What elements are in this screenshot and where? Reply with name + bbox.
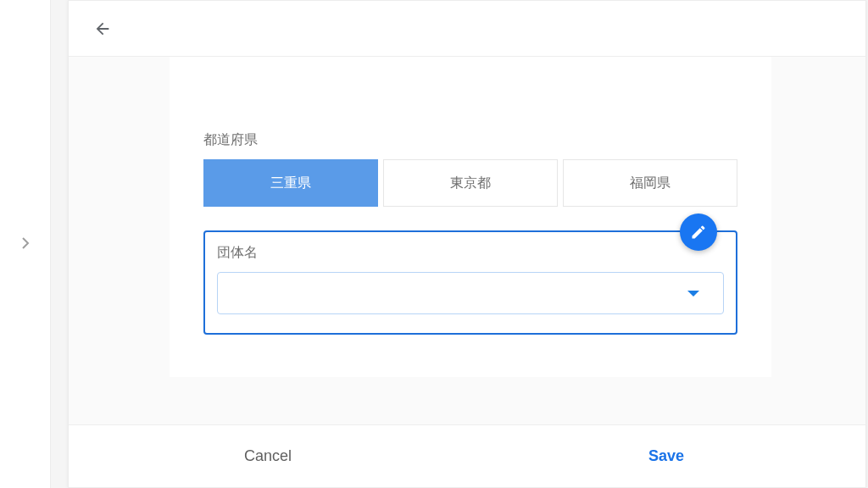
prefecture-option-3[interactable]: 福岡県	[563, 159, 737, 207]
left-rail	[0, 0, 51, 488]
dialog-body: 都道府県 三重県 東京都 福岡県 団体名	[69, 57, 865, 424]
prefecture-label: 都道府県	[203, 131, 737, 149]
pencil-icon	[690, 224, 707, 241]
prefecture-options: 三重県 東京都 福岡県	[203, 159, 737, 207]
app-shell: 都道府県 三重県 東京都 福岡県 団体名	[0, 0, 868, 488]
form-card: 都道府県 三重県 東京都 福岡県 団体名	[170, 57, 771, 377]
prefecture-field: 都道府県 三重県 東京都 福岡県	[203, 131, 737, 207]
organization-block: 団体名	[203, 230, 737, 335]
save-button[interactable]: Save	[467, 425, 865, 487]
caret-down-icon	[687, 291, 699, 297]
cancel-button[interactable]: Cancel	[69, 425, 467, 487]
edit-button[interactable]	[680, 214, 717, 251]
back-button[interactable]	[86, 12, 120, 46]
dialog: 都道府県 三重県 東京都 福岡県 団体名	[68, 0, 866, 488]
organization-select[interactable]	[217, 272, 724, 314]
chevron-right-icon[interactable]	[21, 237, 30, 252]
dialog-header	[69, 1, 865, 57]
dialog-footer: Cancel Save	[69, 424, 865, 487]
organization-label: 団体名	[217, 244, 724, 262]
prefecture-option-1[interactable]: 三重県	[203, 159, 378, 207]
prefecture-option-2[interactable]: 東京都	[383, 159, 558, 207]
arrow-left-icon	[93, 19, 112, 38]
